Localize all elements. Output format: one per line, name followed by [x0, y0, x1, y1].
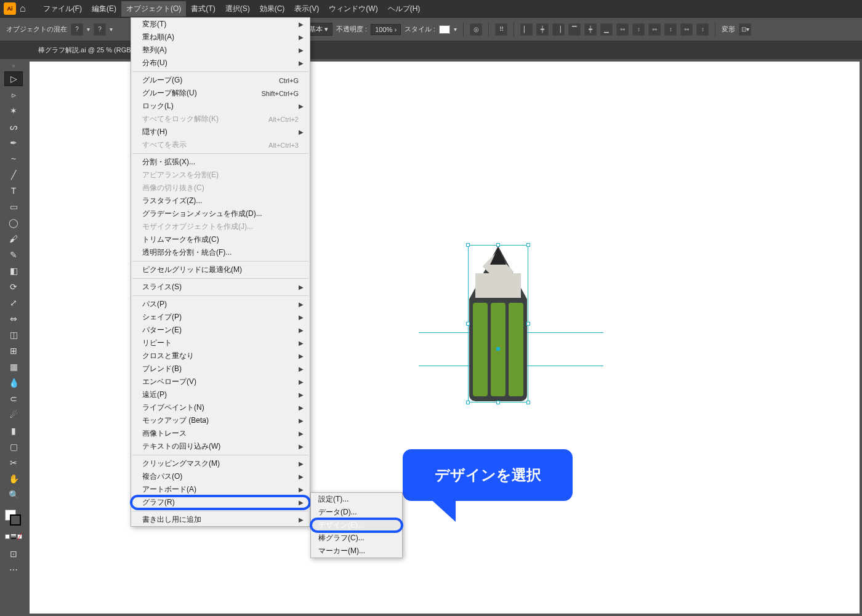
menu-type[interactable]: 書式(T): [186, 1, 220, 17]
menu-item[interactable]: ブレンド(B)▶: [131, 362, 310, 375]
menu-item[interactable]: 変形(T)▶: [131, 18, 310, 31]
menu-item[interactable]: 遠近(P)▶: [131, 388, 310, 401]
menu-item[interactable]: ピクセルグリッドに最適化(M): [131, 263, 310, 276]
menu-item[interactable]: グループ(G)Ctrl+G: [131, 74, 310, 87]
slice-tool[interactable]: ✂: [4, 455, 23, 470]
selection-handle[interactable]: [496, 243, 500, 247]
align-top-icon[interactable]: ▔: [568, 23, 581, 36]
lasso-tool[interactable]: ᔕ: [4, 119, 23, 134]
selection-handle[interactable]: [526, 322, 530, 326]
menu-item[interactable]: テキストの回り込み(W)▶: [131, 440, 310, 453]
pen-tool[interactable]: ✒: [4, 135, 23, 150]
selection-handle[interactable]: [496, 401, 500, 404]
free-transform-tool[interactable]: ◫: [4, 327, 23, 342]
menu-item[interactable]: リピート▶: [131, 337, 310, 350]
selection-handle[interactable]: [466, 401, 470, 404]
graph-tool[interactable]: ▮: [4, 423, 23, 438]
menu-item[interactable]: 重ね順(A)▶: [131, 31, 310, 44]
dist-h2-icon[interactable]: ⇿: [648, 23, 661, 36]
symbol-spray-tool[interactable]: ☄: [4, 407, 23, 422]
menu-item[interactable]: スライス(S)▶: [131, 281, 310, 294]
dist-h3-icon[interactable]: ⇿: [680, 23, 693, 36]
curvature-tool[interactable]: ~: [4, 151, 23, 166]
submenu-item[interactable]: 棒グラフ(C)...: [311, 532, 402, 545]
menu-item[interactable]: エンベロープ(V)▶: [131, 375, 310, 388]
selection-handle[interactable]: [526, 401, 530, 404]
ellipse-tool[interactable]: ◯: [4, 215, 23, 230]
menu-item[interactable]: シェイプ(P)▶: [131, 311, 310, 324]
align-hcenter-icon[interactable]: ┿: [536, 23, 549, 36]
dist-v2-icon[interactable]: ↕: [664, 23, 677, 36]
gradient-mode-icon[interactable]: [11, 534, 16, 539]
type-tool[interactable]: T: [4, 183, 23, 198]
opacity-value[interactable]: 100% ›: [371, 24, 401, 35]
menu-item[interactable]: モックアップ (Beta)▶: [131, 414, 310, 427]
selection-bounds[interactable]: [468, 245, 528, 402]
menu-object[interactable]: オブジェクト(O): [121, 1, 186, 17]
menu-item[interactable]: 複合パス(O)▶: [131, 470, 310, 483]
home-icon[interactable]: ⌂: [20, 3, 26, 14]
dist-h-icon[interactable]: ⇿: [616, 23, 629, 36]
menu-window[interactable]: ウィンドウ(W): [324, 1, 382, 17]
fill-mode-icon[interactable]: [5, 534, 10, 539]
menu-edit[interactable]: 編集(E): [87, 1, 121, 17]
menu-item[interactable]: ラスタライズ(Z)...: [131, 194, 310, 207]
menu-item[interactable]: ライブペイント(N)▶: [131, 401, 310, 414]
stroke-color[interactable]: [10, 514, 21, 526]
recolor-icon[interactable]: ◎: [470, 23, 482, 36]
menu-item[interactable]: 書き出し用に追加▶: [131, 513, 310, 526]
magic-wand-tool[interactable]: ✶: [4, 103, 23, 118]
mesh-tool[interactable]: ⊞: [4, 343, 23, 358]
selection-handle[interactable]: [466, 243, 470, 247]
menu-item[interactable]: パス(P)▶: [131, 298, 310, 311]
hand-tool[interactable]: ✋: [4, 471, 23, 486]
menu-item[interactable]: クロスと重なり▶: [131, 350, 310, 362]
zoom-tool[interactable]: 🔍: [4, 487, 23, 502]
submenu-item[interactable]: マーカー(M)...: [311, 545, 402, 558]
menu-item[interactable]: グラデーションメッシュを作成(D)...: [131, 207, 310, 220]
align-right-icon[interactable]: ▕: [552, 23, 565, 36]
menu-item[interactable]: 整列(A)▶: [131, 44, 310, 57]
selection-tool[interactable]: ▷: [4, 71, 23, 86]
dist-v3-icon[interactable]: ↕: [696, 23, 709, 36]
menu-file[interactable]: ファイル(F): [38, 1, 87, 17]
style-swatch[interactable]: [439, 25, 450, 34]
eraser-tool[interactable]: ◧: [4, 263, 23, 278]
pencil-tool[interactable]: ✎: [4, 247, 23, 262]
color-indicator[interactable]: [5, 510, 22, 527]
menu-item[interactable]: アートボード(A)▶: [131, 483, 310, 496]
transform-more-icon[interactable]: ⊡▾: [739, 23, 751, 36]
dist-v-icon[interactable]: ↕: [632, 23, 645, 36]
menu-item[interactable]: 分割・拡張(X)...: [131, 156, 310, 169]
menu-item[interactable]: 透明部分を分割・統合(F)...: [131, 246, 310, 259]
submenu-item[interactable]: データ(D)...: [311, 506, 402, 519]
menu-item[interactable]: 分布(U)▶: [131, 57, 310, 70]
submenu-item[interactable]: デザイン(E)...: [311, 519, 402, 532]
stroke-help-icon[interactable]: ?: [94, 23, 106, 36]
menu-item[interactable]: グラフ(R)▶: [131, 496, 310, 509]
fill-help-icon[interactable]: ?: [71, 23, 83, 36]
blend-tool[interactable]: ⊂: [4, 391, 23, 406]
rectangle-tool[interactable]: ▭: [4, 199, 23, 214]
selection-handle[interactable]: [466, 322, 470, 326]
menu-item[interactable]: ロック(L)▶: [131, 100, 310, 113]
edit-toolbar-icon[interactable]: ⋯: [4, 562, 23, 577]
transform-label[interactable]: 変形: [722, 25, 735, 34]
align-vcenter-icon[interactable]: ┿: [584, 23, 597, 36]
line-tool[interactable]: ╱: [4, 167, 23, 182]
menu-item[interactable]: 画像トレース▶: [131, 427, 310, 440]
menu-item[interactable]: パターン(E)▶: [131, 324, 310, 337]
paintbrush-tool[interactable]: 🖌: [4, 231, 23, 246]
direct-select-tool[interactable]: ▹: [4, 87, 23, 102]
width-tool[interactable]: ⇔: [4, 311, 23, 326]
menu-help[interactable]: ヘルプ(H): [383, 1, 425, 17]
screen-mode-icon[interactable]: ⊡: [4, 546, 23, 561]
eyedropper-tool[interactable]: 💧: [4, 375, 23, 390]
gradient-tool[interactable]: ▦: [4, 359, 23, 374]
menu-item[interactable]: 隠す(H)▶: [131, 126, 310, 138]
submenu-item[interactable]: 設定(T)...: [311, 493, 402, 506]
rotate-tool[interactable]: ⟳: [4, 279, 23, 294]
selection-center[interactable]: [496, 347, 500, 351]
menu-view[interactable]: 表示(V): [289, 1, 324, 17]
align-bottom-icon[interactable]: ▁: [600, 23, 613, 36]
